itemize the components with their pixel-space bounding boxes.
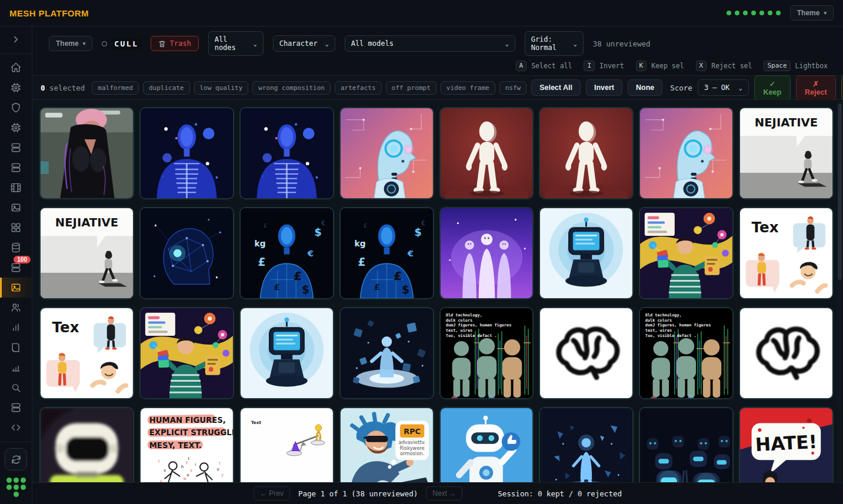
tile-art-rpc-man: RPC advaviettv.Riskywereormosion. (341, 408, 433, 482)
status-dots (727, 11, 781, 15)
svg-text:Old technology,: Old technology, (445, 313, 482, 318)
sidebar-item-image[interactable] (0, 198, 32, 218)
reject-button[interactable]: ✗ Reject (796, 75, 836, 101)
prev-page-button[interactable]: ← Prev (254, 486, 290, 500)
sidebar-item-code[interactable] (0, 418, 32, 438)
grid-image-tile[interactable] (439, 207, 534, 299)
trash-button[interactable]: Trash (151, 36, 199, 51)
tag-button-nsfw[interactable]: nsfw (499, 81, 527, 95)
unreviewed-count: 38 unreviewed (593, 39, 651, 48)
next-page-button[interactable]: Next → (426, 486, 462, 500)
select-all-button[interactable]: Select All (531, 79, 581, 96)
grid-image-tile[interactable] (739, 307, 834, 399)
tag-button-wrong-composition[interactable]: wrong composition (252, 81, 331, 95)
status-dot (759, 11, 764, 15)
sidebar-item-chip[interactable] (0, 118, 32, 138)
shortcut-key: K (636, 61, 647, 71)
tag-button-off-prompt[interactable]: off prompt (386, 81, 437, 95)
model-filter-select[interactable]: All models ⌄ (345, 35, 515, 52)
grid-image-tile[interactable] (139, 207, 234, 299)
tile-art-robot-screen (241, 308, 333, 398)
invert-button[interactable]: Invert (586, 79, 622, 96)
grid-image-tile[interactable]: Tex (39, 307, 134, 399)
tile-art-tex-card: Tex (41, 308, 133, 398)
grid-image-tile[interactable] (539, 307, 634, 399)
grid-size-select[interactable]: Grid: Normal ⌄ (525, 31, 584, 56)
grid-image-tile[interactable] (39, 407, 134, 482)
sidebar-item-home[interactable] (0, 58, 32, 78)
sidebar-item-server[interactable] (0, 158, 32, 178)
sidebar-item-search[interactable] (0, 378, 32, 398)
tag-button-malformed[interactable]: malformed (92, 81, 139, 95)
tag-button-video-frame[interactable]: video frame (441, 81, 495, 95)
grid-image-tile[interactable] (439, 407, 534, 482)
grid-image-tile[interactable] (239, 107, 334, 199)
svg-text:$: $ (402, 283, 409, 296)
tag-button-artefacts[interactable]: artefacts (335, 81, 382, 95)
grid-image-tile[interactable] (639, 407, 734, 482)
grid-image-tile[interactable]: Old technology,dulk colorsdumJ figures, … (639, 307, 734, 399)
tile-art-nejiative: NEJIATIVE (740, 108, 832, 198)
grid-image-tile[interactable]: Tex (739, 207, 834, 299)
score-select[interactable]: 3 — OK ⌄ (698, 79, 749, 96)
keep-button[interactable]: ✓ Keep (754, 75, 791, 101)
tag-button-low-quality[interactable]: low quality (194, 81, 249, 95)
sidebar-item-server[interactable] (0, 398, 32, 418)
grid-image-tile[interactable]: RPC advaviettv.Riskywereormosion. (339, 407, 434, 482)
sidebar-item-database[interactable] (0, 238, 32, 258)
tag-button-duplicate[interactable]: duplicate (143, 81, 190, 95)
sidebar-item-image-active[interactable] (0, 278, 32, 298)
theme-dropdown[interactable]: Theme ▾ (49, 36, 92, 51)
grid-image-tile[interactable] (39, 107, 134, 199)
selected-count-number: 0 (41, 84, 45, 92)
sidebar-item-activity-chart[interactable] (0, 358, 32, 378)
sidebar-expand-button[interactable] (11, 29, 21, 51)
grid-image-tile[interactable] (539, 207, 634, 299)
grid-image-tile[interactable] (139, 107, 234, 199)
sidebar-item-server[interactable] (0, 138, 32, 158)
grid-image-tile[interactable] (139, 307, 234, 399)
svg-text:€: € (306, 248, 313, 258)
status-dot (735, 11, 739, 15)
grid-image-tile[interactable] (539, 107, 634, 199)
circle-icon (102, 41, 107, 46)
grid-image-tile[interactable]: HUMAN FIGURES,EXPLICIT STRUGGLE,MESY, TE… (139, 407, 234, 482)
refresh-button[interactable] (5, 448, 27, 470)
grid-image-tile[interactable] (339, 107, 434, 199)
grid-image-tile[interactable] (639, 207, 734, 299)
sidebar-item-server[interactable]: 100 (0, 258, 32, 278)
grid-image-tile[interactable]: NEJIATIVE (39, 207, 134, 299)
sidebar-item-book[interactable] (0, 338, 32, 358)
sidebar-item-shield[interactable] (0, 98, 32, 118)
grid-image-tile[interactable]: $ £ kg € £ $ £ € £ (339, 207, 434, 299)
shortcut-label: Select all (531, 62, 572, 70)
node-filter-select[interactable]: All nodes ⌄ (208, 31, 264, 56)
svg-text:s: s (190, 468, 192, 473)
sidebar-item-grid[interactable] (0, 218, 32, 238)
grid-image-tile[interactable]: Old technology,dulk colorsdumJ figures, … (439, 307, 534, 399)
grid-image-tile[interactable] (639, 107, 734, 199)
none-button[interactable]: None (628, 79, 662, 96)
grid-image-tile[interactable] (339, 307, 434, 399)
sidebar-item-film[interactable] (0, 178, 32, 198)
grid-image-tile[interactable] (239, 307, 334, 399)
tile-art-robot-screen (540, 208, 632, 298)
tile-art-xray-figure (241, 108, 333, 198)
sidebar-item-bar-chart[interactable] (0, 318, 32, 338)
sidebar-item-users[interactable] (0, 298, 32, 318)
sidebar-item-chip[interactable] (0, 78, 32, 98)
shortcut-label: Invert (599, 62, 624, 70)
theme-dropdown-top[interactable]: Theme ▾ (790, 5, 834, 21)
tile-art-collage-man (141, 308, 233, 398)
grid-image-tile[interactable]: HATE! (739, 407, 834, 482)
svg-text:£: £ (258, 256, 265, 268)
grid-image-tile[interactable]: $ £ kg € £ $ £ € £ (239, 207, 334, 299)
grid-image-tile[interactable]: Text (239, 407, 334, 482)
grid-image-tile[interactable] (539, 407, 634, 482)
category-filter-select[interactable]: Character ⌄ (273, 35, 335, 52)
svg-text:v: v (219, 482, 221, 482)
scrollbar-thumb[interactable] (838, 104, 842, 280)
grid-image-tile[interactable] (439, 107, 534, 199)
grid-image-tile[interactable]: NEJIATIVE (739, 107, 834, 199)
scrollbar[interactable] (838, 104, 842, 479)
